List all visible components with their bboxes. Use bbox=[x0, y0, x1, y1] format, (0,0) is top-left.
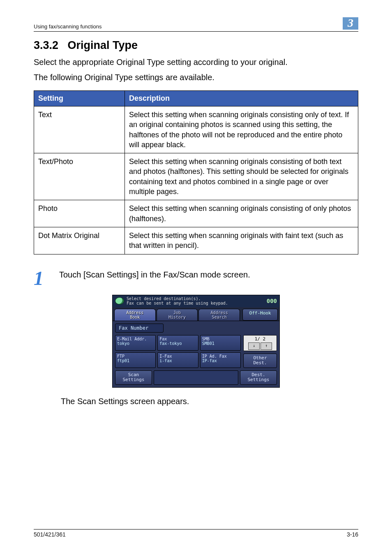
table-row: Photo Select this setting when scanning … bbox=[34, 200, 358, 227]
cell-description: Select this setting when scanning origin… bbox=[125, 106, 358, 153]
tab-address-book[interactable]: AddressBook bbox=[114, 309, 156, 321]
dest-type: IP Ad. Fax bbox=[202, 354, 239, 359]
header-rule bbox=[34, 31, 358, 32]
dest-type: Fax bbox=[159, 337, 196, 342]
device-tabbar: AddressBook JobHistory AddressSearch Off… bbox=[112, 307, 280, 321]
tab-job-history[interactable]: JobHistory bbox=[157, 309, 198, 321]
cell-setting: Dot Matrix Original bbox=[34, 227, 125, 254]
scan-settings-button[interactable]: ScanSettings bbox=[115, 370, 152, 385]
footer-right: 3-16 bbox=[347, 531, 358, 538]
intro-paragraph-2: The following Original Type settings are… bbox=[34, 72, 358, 83]
step-number: 1 bbox=[34, 268, 59, 288]
step-1: 1 Touch [Scan Settings] in the Fax/Scan … bbox=[34, 268, 358, 288]
other-dest-button[interactable]: OtherDest. bbox=[243, 354, 277, 368]
device-title-line1: Select desired destination(s). bbox=[127, 296, 264, 301]
dest-ftp[interactable]: FTP ftp01 bbox=[115, 352, 156, 368]
section-heading: 3.3.2 Original Type bbox=[34, 39, 358, 52]
dest-email[interactable]: E-Mail Addr. tokyo bbox=[115, 335, 156, 351]
dest-name: i-fax bbox=[159, 358, 196, 363]
device-title-line2: Fax can be sent at any time using keypad… bbox=[127, 301, 264, 306]
destination-grid: E-Mail Addr. tokyo Fax fax-tokyo SMB SMB… bbox=[115, 335, 241, 368]
section-number: 3.3.2 bbox=[34, 39, 58, 51]
dest-settings-button[interactable]: Dest.Settings bbox=[240, 370, 277, 385]
cell-description: Select this setting when scanning origin… bbox=[125, 200, 358, 227]
dest-name: IP-fax bbox=[202, 358, 239, 363]
step-text: Touch [Scan Settings] in the Fax/Scan mo… bbox=[59, 268, 250, 280]
running-title: Using fax/scanning functions bbox=[34, 23, 101, 30]
device-screen: Select desired destination(s). Fax can b… bbox=[112, 295, 280, 388]
cell-setting: Photo bbox=[34, 200, 125, 227]
cell-description: Select this setting when scanning origin… bbox=[125, 227, 358, 254]
cell-setting: Text bbox=[34, 106, 125, 153]
chapter-badge: 3 bbox=[343, 17, 358, 30]
device-titlebar: Select desired destination(s). Fax can b… bbox=[112, 295, 280, 307]
dest-ifax[interactable]: I-Fax i-fax bbox=[157, 352, 198, 368]
device-body: Fax Number E-Mail Addr. tokyo Fax fax-to… bbox=[112, 321, 280, 388]
device-logo-icon bbox=[115, 297, 124, 305]
table-row: Text Select this setting when scanning o… bbox=[34, 106, 358, 153]
table-row: Text/Photo Select this setting when scan… bbox=[34, 153, 358, 200]
page-down-button[interactable]: ↓ bbox=[248, 342, 260, 350]
fax-number-field[interactable]: Fax Number bbox=[115, 324, 164, 333]
cell-description: Select this setting when scanning origin… bbox=[125, 153, 358, 200]
tab-address-search[interactable]: AddressSearch bbox=[198, 309, 240, 321]
bottom-spacer bbox=[154, 370, 238, 385]
intro-paragraph-1: Select the appropriate Original Type set… bbox=[34, 57, 358, 68]
dest-type: E-Mail Addr. bbox=[117, 337, 154, 342]
page-footer: 501/421/361 3-16 bbox=[34, 529, 358, 538]
dest-name: ftp01 bbox=[117, 358, 154, 363]
running-header: Using fax/scanning functions 3 bbox=[34, 17, 358, 30]
step-result-text: The Scan Settings screen appears. bbox=[61, 397, 358, 406]
col-header-setting: Setting bbox=[34, 91, 125, 106]
settings-table: Setting Description Text Select this set… bbox=[34, 90, 358, 254]
footer-left: 501/421/361 bbox=[34, 531, 66, 538]
pager: 1/ 2 ↓ ↑ bbox=[243, 335, 277, 351]
section-title-text: Original Type bbox=[68, 39, 138, 51]
dest-type: SMB bbox=[202, 337, 239, 342]
dest-name: fax-tokyo bbox=[159, 341, 196, 346]
dest-type: I-Fax bbox=[159, 354, 196, 359]
pager-label: 1/ 2 bbox=[244, 336, 276, 342]
dest-fax[interactable]: Fax fax-tokyo bbox=[157, 335, 198, 351]
dest-smb[interactable]: SMB SMB01 bbox=[200, 335, 241, 351]
dest-type: FTP bbox=[117, 354, 154, 359]
dest-name: SMB01 bbox=[202, 341, 239, 346]
off-hook-button[interactable]: Off-Hook bbox=[242, 309, 278, 321]
device-title-text: Select desired destination(s). Fax can b… bbox=[127, 296, 264, 306]
table-row: Dot Matrix Original Select this setting … bbox=[34, 227, 358, 254]
dest-name: tokyo bbox=[117, 341, 154, 346]
cell-setting: Text/Photo bbox=[34, 153, 125, 200]
col-header-description: Description bbox=[125, 91, 358, 106]
page-up-button[interactable]: ↑ bbox=[261, 342, 272, 350]
device-counter: 000 bbox=[267, 298, 277, 304]
dest-ipfax[interactable]: IP Ad. Fax IP-fax bbox=[200, 352, 241, 368]
